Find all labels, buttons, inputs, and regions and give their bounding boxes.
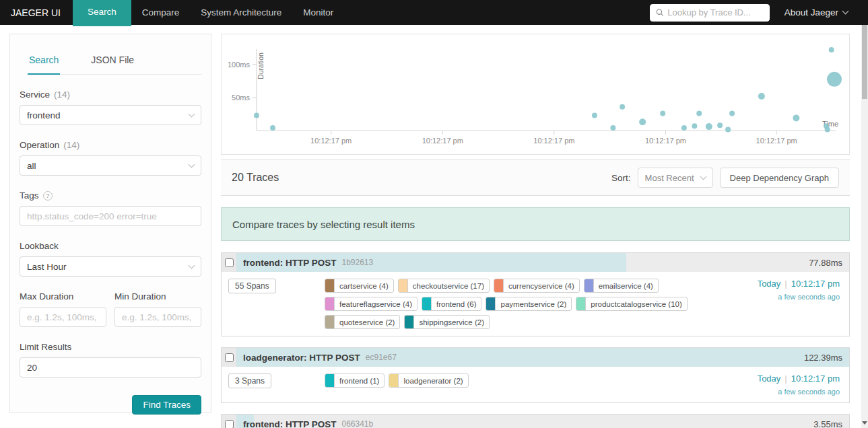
- chevron-down-icon: [189, 161, 195, 168]
- service-tags: frontend (1)loadgenerator (2): [325, 373, 688, 396]
- trace-select-checkbox[interactable]: [225, 353, 234, 362]
- trace-scatter-point[interactable]: [610, 125, 615, 131]
- trace-body: 3 Spansfrontend (1)loadgenerator (2)Toda…: [222, 367, 849, 402]
- trace-time: 10:12:17 pm: [791, 279, 840, 289]
- service-tag-label: loadgenerator (2): [398, 374, 467, 387]
- service-tag[interactable]: loadgenerator (2): [389, 373, 468, 388]
- trace-scatter-point[interactable]: [696, 111, 702, 116]
- service-tag-label: productcatalogservice (10): [585, 297, 687, 310]
- trace-scatter-point[interactable]: [681, 125, 687, 131]
- trace-scatter-point[interactable]: [827, 72, 842, 87]
- about-jaeger-menu[interactable]: About Jaeger: [784, 7, 848, 17]
- service-tag[interactable]: checkoutservice (17): [398, 279, 490, 293]
- service-count: (14): [54, 90, 70, 100]
- nav-tab-system-architecture[interactable]: System Architecture: [190, 0, 292, 25]
- trace-lookup-box: [650, 4, 770, 22]
- trace-scatter-point[interactable]: [639, 118, 646, 125]
- trace-results-list: frontend: HTTP POST1b9261377.88ms55 Span…: [221, 252, 850, 428]
- service-tag[interactable]: cartservice (4): [325, 279, 394, 293]
- service-tag-label: checkoutservice (17): [407, 279, 489, 292]
- service-tag[interactable]: paymentservice (2): [486, 297, 572, 311]
- y-axis-title: Duration: [257, 52, 265, 79]
- trace-age: a few seconds ago: [758, 388, 840, 396]
- trace-select-checkbox[interactable]: [225, 420, 234, 428]
- duration-scatter-plot[interactable]: 50ms100ms10:12:17 pm10:12:17 pm10:12:17 …: [222, 34, 849, 154]
- trace-scatter-point[interactable]: [270, 125, 275, 131]
- tags-input[interactable]: [20, 206, 201, 226]
- nav-tab-search[interactable]: Search: [73, 0, 131, 26]
- deep-dependency-graph-button[interactable]: Deep Dependency Graph: [720, 168, 839, 188]
- trace-scatter-point[interactable]: [254, 112, 259, 118]
- service-tag[interactable]: productcatalogservice (10): [576, 297, 688, 311]
- sort-label: Sort:: [611, 173, 631, 183]
- trace-id: 066341b: [342, 419, 374, 428]
- top-navbar: JAEGER UI Search Compare System Architec…: [0, 0, 868, 25]
- trace-time: 10:12:17 pm: [791, 373, 840, 384]
- help-icon[interactable]: ?: [43, 191, 53, 201]
- x-axis-tick-label: 10:12:17 pm: [422, 137, 463, 145]
- service-tag[interactable]: currencyservice (4): [494, 279, 580, 293]
- service-color-chip: [325, 316, 334, 328]
- min-duration-label: Min Duration: [114, 291, 201, 301]
- scrollbar-down-arrow-icon[interactable]: [862, 421, 867, 425]
- service-tag[interactable]: frontend (1): [325, 373, 385, 388]
- trace-scatter-point[interactable]: [592, 112, 597, 118]
- service-color-chip: [405, 316, 413, 328]
- service-tag[interactable]: quoteservice (2): [325, 315, 400, 329]
- service-tag-label: cartservice (4): [334, 279, 393, 292]
- trace-select-checkbox[interactable]: [225, 258, 234, 267]
- limit-results-input[interactable]: [20, 357, 201, 378]
- chevron-down-icon: [842, 8, 849, 15]
- max-duration-input[interactable]: [20, 307, 106, 327]
- service-color-chip: [389, 374, 398, 387]
- trace-scatter-point[interactable]: [706, 123, 712, 130]
- trace-scatter-point[interactable]: [660, 111, 665, 116]
- service-tag[interactable]: shippingservice (2): [404, 315, 490, 329]
- x-axis-tick-label: 10:12:17 pm: [533, 137, 574, 145]
- trace-result-card[interactable]: frontend: HTTP POST1b9261377.88ms55 Span…: [221, 252, 850, 336]
- lookback-label: Lookback: [20, 241, 201, 251]
- trace-scatter-point[interactable]: [793, 114, 799, 121]
- trace-id-input[interactable]: [667, 7, 763, 17]
- service-tag-label: frontend (6): [431, 297, 481, 310]
- trace-scatter-point[interactable]: [725, 127, 731, 133]
- tab-search[interactable]: Search: [28, 49, 60, 75]
- trace-scatter-point[interactable]: [620, 104, 625, 110]
- trace-scatter-point[interactable]: [829, 47, 834, 52]
- y-axis-tick-label: 50ms: [232, 94, 250, 102]
- service-tag[interactable]: frontend (6): [422, 297, 481, 311]
- min-duration-input[interactable]: [114, 307, 201, 327]
- service-tag-label: emailservice (4): [593, 279, 658, 292]
- results-header-bar: 20 Traces Sort: Most Recent Deep Depende…: [221, 159, 850, 196]
- trace-scatter-point[interactable]: [758, 93, 765, 100]
- service-tag[interactable]: featureflagservice (4): [325, 297, 418, 311]
- nav-tab-compare[interactable]: Compare: [131, 0, 191, 25]
- trace-scatter-point[interactable]: [825, 127, 830, 133]
- tab-json-file[interactable]: JSON File: [90, 49, 135, 74]
- span-count-badge: 3 Spans: [228, 373, 271, 388]
- lookback-select[interactable]: Last Hour: [20, 256, 201, 277]
- operation-select-value: all: [27, 161, 36, 171]
- operation-select[interactable]: all: [20, 155, 201, 176]
- service-color-chip: [486, 297, 495, 310]
- trace-duration-bar-area: loadgenerator: HTTP POSTec91e67122.39ms: [236, 348, 849, 367]
- chevron-down-icon: [189, 110, 195, 117]
- scrollbar-thumb[interactable]: [862, 24, 867, 99]
- y-axis-tick-label: 100ms: [228, 61, 251, 69]
- service-select[interactable]: frontend: [20, 105, 201, 125]
- vertical-scrollbar[interactable]: [861, 22, 868, 428]
- nav-tab-monitor[interactable]: Monitor: [292, 0, 344, 25]
- trace-scatter-point[interactable]: [692, 123, 697, 129]
- trace-scatter-point[interactable]: [717, 122, 723, 128]
- trace-result-card[interactable]: frontend: HTTP POST066341b3.55ms: [221, 414, 850, 428]
- find-traces-button[interactable]: Find Traces: [132, 395, 201, 415]
- trace-title: frontend: HTTP POST: [243, 258, 337, 268]
- service-label: Service (14): [20, 90, 201, 100]
- trace-result-card[interactable]: loadgenerator: HTTP POSTec91e67122.39ms3…: [221, 347, 850, 403]
- service-color-chip: [422, 297, 431, 310]
- service-tag[interactable]: emailservice (4): [584, 279, 659, 293]
- max-duration-label: Max Duration: [20, 291, 106, 301]
- trace-body: 55 Spanscartservice (4)checkoutservice (…: [222, 272, 849, 336]
- trace-scatter-point[interactable]: [729, 111, 735, 116]
- sort-select[interactable]: Most Recent: [638, 168, 713, 188]
